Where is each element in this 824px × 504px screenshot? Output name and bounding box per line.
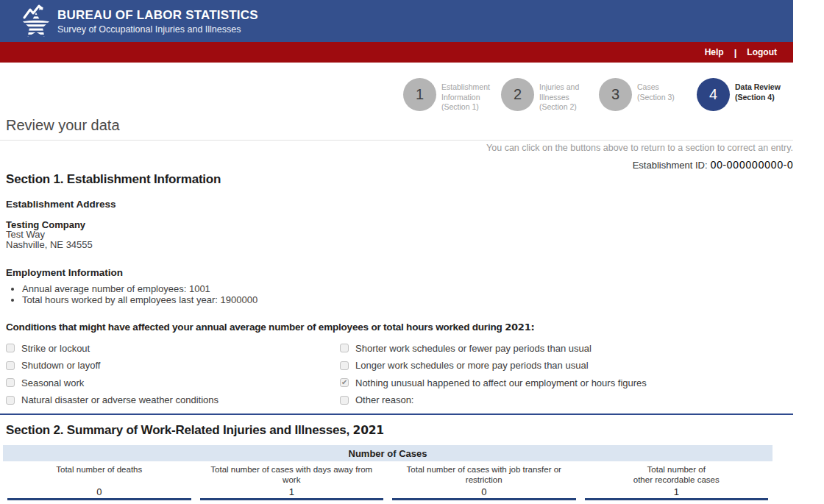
header-titles: BUREAU OF LABOR STATISTICS Survey of Occ… bbox=[57, 8, 258, 35]
step-cases[interactable]: 3 Cases (Section 3) bbox=[599, 78, 687, 113]
table-column-job-transfer: Total number of cases with job transfer … bbox=[388, 465, 580, 504]
help-link[interactable]: Help bbox=[705, 47, 724, 57]
address-line1: Test Way bbox=[6, 230, 824, 240]
table-column-other-recordable: Total number of other recordable cases 1… bbox=[580, 465, 773, 504]
condition-other-reason: Other reason: bbox=[340, 394, 824, 405]
address-heading: Establishment Address bbox=[6, 199, 824, 210]
conditions-heading-text: Conditions that might have affected your… bbox=[6, 322, 502, 333]
step-2-circle[interactable]: 2 bbox=[501, 78, 534, 111]
column-header: Total number of deaths bbox=[3, 465, 196, 486]
condition-label: Longer work schedules or more pay period… bbox=[355, 360, 589, 371]
table-column-deaths: Total number of deaths 0 (G) bbox=[3, 465, 196, 504]
stepper: 1 Establishment Information (Section 1) … bbox=[403, 78, 824, 113]
value-underline bbox=[585, 498, 769, 500]
step-4-label: Data Review (Section 4) bbox=[735, 82, 785, 102]
other-reason-checkbox[interactable] bbox=[340, 396, 349, 405]
column-value: 0 bbox=[388, 486, 580, 497]
shorter-checkbox[interactable] bbox=[340, 344, 349, 352]
establishment-id-label: Establishment ID: bbox=[633, 160, 708, 171]
condition-label: Shutdown or layoff bbox=[21, 360, 100, 371]
step-4-circle[interactable]: 4 bbox=[697, 78, 730, 111]
step-3-label: Cases (Section 3) bbox=[637, 82, 687, 102]
table-column-days-away: Total number of cases with days away fro… bbox=[196, 465, 388, 504]
condition-strike-or-lockout: Strike or lockout bbox=[6, 343, 340, 354]
employment-heading: Employment Information bbox=[6, 267, 824, 278]
nav-separator: | bbox=[734, 47, 737, 58]
bls-logo-icon bbox=[19, 4, 53, 40]
condition-label: Shorter work schedules or fewer pay peri… bbox=[355, 343, 592, 354]
column-header: Total number of cases with days away fro… bbox=[196, 465, 388, 486]
condition-label: Other reason: bbox=[355, 394, 414, 405]
conditions-heading: Conditions that might have affected your… bbox=[6, 322, 824, 333]
column-header: Total number of other recordable cases bbox=[580, 465, 773, 486]
section2-heading: Section 2. Summary of Work-Related Injur… bbox=[6, 423, 824, 438]
logout-link[interactable]: Logout bbox=[747, 47, 777, 57]
condition-label: Seasonal work bbox=[21, 377, 84, 388]
summary-table: Number of Cases Total number of deaths 0… bbox=[3, 445, 772, 504]
disaster-checkbox[interactable] bbox=[6, 396, 15, 405]
table-columns: Total number of deaths 0 (G) Total numbe… bbox=[3, 461, 772, 504]
nothing-unusual-checkbox[interactable] bbox=[340, 378, 349, 387]
step-establishment-information[interactable]: 1 Establishment Information (Section 1) bbox=[403, 78, 491, 113]
longer-checkbox[interactable] bbox=[340, 361, 349, 370]
stepper-hint: You can click on the buttons above to re… bbox=[0, 143, 793, 153]
column-value: 1 bbox=[580, 486, 773, 497]
step-data-review[interactable]: 4 Data Review (Section 4) bbox=[697, 78, 785, 113]
employment-item-total-hours: Total hours worked by all employees last… bbox=[22, 295, 824, 306]
app-header: BUREAU OF LABOR STATISTICS Survey of Occ… bbox=[0, 0, 793, 42]
section2-heading-text: Section 2. Summary of Work-Related Injur… bbox=[6, 423, 349, 437]
condition-label: Strike or lockout bbox=[21, 343, 90, 354]
value-underline bbox=[7, 498, 191, 500]
strike-checkbox[interactable] bbox=[6, 344, 15, 352]
utility-nav: Help | Logout bbox=[0, 42, 793, 63]
value-underline bbox=[392, 498, 576, 500]
app-title: BUREAU OF LABOR STATISTICS bbox=[57, 8, 258, 23]
column-header: Total number of cases with job transfer … bbox=[388, 465, 580, 486]
conditions-year: 2021: bbox=[505, 322, 534, 333]
conditions-grid: Strike or lockout Shutdown or layoff Sea… bbox=[6, 339, 824, 408]
establishment-id-value: 00-000000000-0 bbox=[710, 159, 793, 171]
section-divider bbox=[0, 414, 793, 415]
section1-heading: Section 1. Establishment Information bbox=[6, 172, 824, 187]
condition-shorter-schedules: Shorter work schedules or fewer pay peri… bbox=[340, 343, 824, 354]
condition-longer-schedules: Longer work schedules or more pay period… bbox=[340, 360, 824, 371]
step-2-label: Injuries and Illnesses (Section 2) bbox=[539, 82, 589, 113]
condition-natural-disaster: Natural disaster or adverse weather cond… bbox=[6, 394, 340, 405]
step-injuries-illnesses[interactable]: 2 Injuries and Illnesses (Section 2) bbox=[501, 78, 589, 113]
condition-nothing-unusual: Nothing unusual happened to affect our e… bbox=[340, 377, 824, 388]
establishment-id: Establishment ID: 00-000000000-0 bbox=[0, 159, 793, 171]
employment-list: Annual average number of employees: 1001… bbox=[22, 284, 824, 305]
condition-shutdown-or-layoff: Shutdown or layoff bbox=[6, 360, 340, 371]
step-3-circle[interactable]: 3 bbox=[599, 78, 632, 111]
shutdown-checkbox[interactable] bbox=[6, 361, 15, 370]
section2-year: 2021 bbox=[353, 424, 384, 437]
employment-item-avg-employees: Annual average number of employees: 1001 bbox=[22, 284, 824, 295]
column-value: 1 bbox=[196, 486, 388, 497]
table-group-header: Number of Cases bbox=[3, 445, 772, 461]
condition-label: Natural disaster or adverse weather cond… bbox=[21, 394, 219, 405]
establishment-address: Testing Company Test Way Nashville, NE 3… bbox=[6, 220, 824, 250]
step-1-label: Establishment Information (Section 1) bbox=[441, 82, 491, 113]
condition-seasonal-work: Seasonal work bbox=[6, 377, 340, 388]
value-underline bbox=[200, 498, 384, 500]
address-line2: Nashville, NE 34555 bbox=[6, 240, 824, 250]
condition-label: Nothing unusual happened to affect our e… bbox=[355, 377, 647, 388]
seasonal-checkbox[interactable] bbox=[6, 378, 15, 387]
page-title: Review your data bbox=[0, 117, 793, 141]
step-1-circle[interactable]: 1 bbox=[403, 78, 436, 111]
company-name: Testing Company bbox=[6, 220, 824, 230]
app-subtitle: Survey of Occupational Injuries and Illn… bbox=[57, 24, 258, 35]
column-value: 0 bbox=[3, 486, 196, 497]
